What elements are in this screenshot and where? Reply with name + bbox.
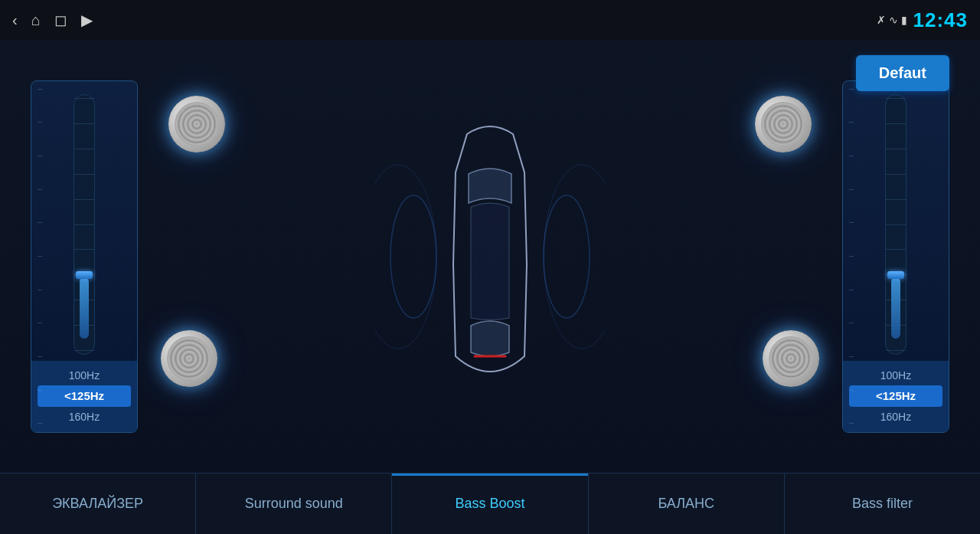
left-slider-track[interactable] <box>31 89 137 361</box>
clock: 12:43 <box>913 8 969 32</box>
speaker-bottom-right <box>763 330 819 387</box>
car-visual <box>138 80 842 433</box>
left-slider-fill <box>80 277 89 339</box>
right-freq-above: 100Hz <box>843 367 949 384</box>
tab-equalizer[interactable]: ЭКВАЛАЙЗЕР <box>0 473 196 534</box>
tab-bassfilter-label: Bass filter <box>852 496 913 512</box>
left-slider-bg <box>74 94 95 355</box>
left-freq-above: 100Hz <box>31 367 137 384</box>
car-body-svg <box>413 111 567 402</box>
tab-bassfilter[interactable]: Bass filter <box>785 473 980 534</box>
nav-controls[interactable]: ‹ ⌂ ◻ ▶ <box>12 11 93 29</box>
system-icons: ✗ ∿ ▮ <box>877 14 907 26</box>
battery-icon: ▮ <box>901 14 907 26</box>
right-freq-active[interactable]: <125Hz <box>849 385 942 407</box>
left-freq-active[interactable]: <125Hz <box>38 385 131 407</box>
tab-balance[interactable]: БАЛАНС <box>589 473 785 534</box>
left-freq-labels: 100Hz <125Hz 160Hz <box>31 361 137 432</box>
tab-balance-label: БАЛАНС <box>658 496 714 512</box>
tab-equalizer-label: ЭКВАЛАЙЗЕР <box>52 496 143 512</box>
wifi-icon: ∿ <box>889 14 898 26</box>
speaker-top-left <box>168 96 225 152</box>
left-slider-thumb[interactable] <box>76 271 93 279</box>
tab-surround-label: Surround sound <box>245 496 343 512</box>
right-slider-track[interactable] <box>843 89 949 361</box>
left-eq-slider[interactable]: 100Hz <125Hz 160Hz <box>31 80 138 433</box>
bottom-nav: ЭКВАЛАЙЗЕР Surround sound Bass Boost БАЛ… <box>0 473 980 534</box>
right-eq-slider[interactable]: 100Hz <125Hz 160Hz <box>842 80 949 433</box>
default-button[interactable]: Defaut <box>856 55 949 91</box>
right-freq-below: 160Hz <box>843 408 949 425</box>
tab-bassboost[interactable]: Bass Boost <box>392 473 588 534</box>
home-icon[interactable]: ⌂ <box>31 11 41 29</box>
right-slider-thumb[interactable] <box>887 271 904 279</box>
media-icon[interactable]: ▶ <box>81 11 93 29</box>
speaker-bottom-left <box>161 330 217 387</box>
right-slider-bg <box>885 94 906 355</box>
window-icon[interactable]: ◻ <box>54 11 67 29</box>
right-freq-labels: 100Hz <125Hz 160Hz <box>843 361 949 432</box>
tab-bassboost-label: Bass Boost <box>455 496 524 512</box>
bluetooth-icon: ✗ <box>877 14 886 26</box>
back-icon[interactable]: ‹ <box>12 11 18 29</box>
status-bar: ‹ ⌂ ◻ ▶ ✗ ∿ ▮ 12:43 <box>0 0 980 40</box>
tab-surround[interactable]: Surround sound <box>196 473 392 534</box>
left-freq-below: 160Hz <box>31 408 137 425</box>
main-content: 100Hz <125Hz 160Hz <box>0 40 980 473</box>
right-slider-fill <box>891 277 900 339</box>
status-indicators: ✗ ∿ ▮ 12:43 <box>877 8 969 32</box>
speaker-top-right <box>755 96 812 152</box>
